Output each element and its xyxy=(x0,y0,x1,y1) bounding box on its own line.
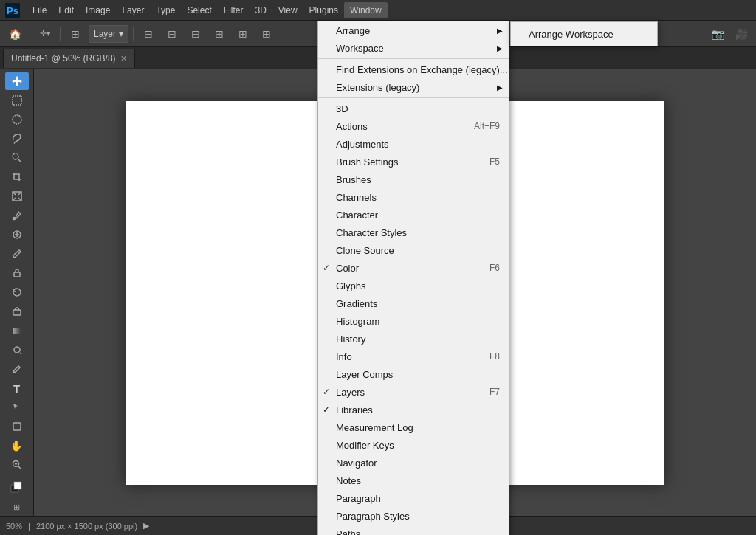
brush-settings-shortcut: F5 xyxy=(475,156,500,167)
menu-measurement-log-label: Measurement Log xyxy=(336,422,413,433)
menu-color[interactable]: ✓ Color F6 xyxy=(318,259,509,277)
menu-paragraph[interactable]: Paragraph xyxy=(318,489,509,507)
menu-clone-source[interactable]: Clone Source xyxy=(318,241,509,259)
layers-checkmark: ✓ xyxy=(323,387,330,397)
menu-libraries[interactable]: ✓ Libraries xyxy=(318,401,509,418)
arrange-workspace-label: Arrange Workspace xyxy=(529,29,614,40)
menu-arrange-label: Arrange xyxy=(336,25,370,36)
menu-info[interactable]: Info F8 xyxy=(318,348,509,365)
menu-layers[interactable]: ✓ Layers F7 xyxy=(318,383,509,401)
menu-arrange[interactable]: Arrange Arrange Workspace xyxy=(318,21,509,39)
menu-file[interactable]: File xyxy=(27,2,52,18)
menu-brush-settings[interactable]: Brush Settings F5 xyxy=(318,153,509,170)
menu-glyphs-label: Glyphs xyxy=(336,280,365,291)
menu-3d[interactable]: 3D xyxy=(249,2,272,18)
menu-clone-source-label: Clone Source xyxy=(336,245,394,256)
menu-adjustments[interactable]: Adjustments xyxy=(318,135,509,153)
menu-character[interactable]: Character xyxy=(318,206,509,224)
menu-paths[interactable]: Paths xyxy=(318,525,509,535)
menu-select[interactable]: Select xyxy=(181,2,217,18)
menu-paragraph-label: Paragraph xyxy=(336,493,381,504)
menu-color-label: Color xyxy=(336,263,359,274)
menu-view[interactable]: View xyxy=(272,2,303,18)
menu-histogram[interactable]: Histogram xyxy=(318,312,509,330)
menu-history-label: History xyxy=(336,334,365,345)
svg-text:Ps: Ps xyxy=(7,5,18,16)
color-shortcut: F6 xyxy=(475,263,500,273)
menu-modifier-keys-label: Modifier Keys xyxy=(336,440,394,451)
menu-gradients-label: Gradients xyxy=(336,298,377,309)
menu-navigator-label: Navigator xyxy=(336,458,377,469)
menu-image[interactable]: Image xyxy=(80,2,116,18)
menu-find-extensions-label: Find Extensions on Exchange (legacy)... xyxy=(336,64,508,75)
menu-history[interactable]: History xyxy=(318,330,509,348)
menu-notes[interactable]: Notes xyxy=(318,472,509,489)
menu-edit[interactable]: Edit xyxy=(52,2,80,18)
menu-gradients[interactable]: Gradients xyxy=(318,294,509,312)
menu-workspace-label: Workspace xyxy=(336,43,384,54)
menu-histogram-label: Histogram xyxy=(336,316,379,327)
layers-shortcut: F7 xyxy=(475,387,500,397)
menu-brush-settings-label: Brush Settings xyxy=(336,156,399,168)
menu-brushes[interactable]: Brushes xyxy=(318,170,509,188)
arrange-workspace-item[interactable]: Arrange Workspace xyxy=(511,25,657,43)
menu-layer[interactable]: Layer xyxy=(116,2,150,18)
arrange-submenu: Arrange Workspace xyxy=(510,21,658,46)
menu-window[interactable]: Window xyxy=(344,2,388,18)
menu-character-label: Character xyxy=(336,210,378,221)
menu-layer-comps-label: Layer Comps xyxy=(336,369,393,380)
color-checkmark: ✓ xyxy=(323,263,330,273)
actions-shortcut: Alt+F9 xyxy=(459,121,500,131)
menu-paragraph-styles-label: Paragraph Styles xyxy=(336,511,410,522)
menu-brushes-label: Brushes xyxy=(336,174,371,185)
menu-overlay[interactable]: Arrange Arrange Workspace Workspace Find… xyxy=(0,21,756,535)
menu-workspace[interactable]: Workspace xyxy=(318,39,509,57)
menu-libraries-label: Libraries xyxy=(336,404,373,415)
menu-bar: Ps File Edit Image Layer Type Select Fil… xyxy=(0,0,756,21)
window-menu: Arrange Arrange Workspace Workspace Find… xyxy=(317,21,509,535)
info-shortcut: F8 xyxy=(475,351,500,362)
menu-measurement-log[interactable]: Measurement Log xyxy=(318,418,509,436)
divider-2 xyxy=(318,97,509,98)
menu-3d-label: 3D xyxy=(336,103,348,114)
menu-channels-label: Channels xyxy=(336,192,377,203)
divider-1 xyxy=(318,58,509,59)
menu-type[interactable]: Type xyxy=(150,2,181,18)
menu-info-label: Info xyxy=(336,351,352,362)
menu-paragraph-styles[interactable]: Paragraph Styles xyxy=(318,507,509,525)
menu-navigator[interactable]: Navigator xyxy=(318,454,509,472)
menu-character-styles[interactable]: Character Styles xyxy=(318,224,509,241)
menu-glyphs[interactable]: Glyphs xyxy=(318,277,509,294)
menu-actions[interactable]: Actions Alt+F9 xyxy=(318,117,509,135)
menu-adjustments-label: Adjustments xyxy=(336,139,389,150)
menu-find-extensions[interactable]: Find Extensions on Exchange (legacy)... xyxy=(318,61,509,78)
libraries-checkmark: ✓ xyxy=(323,404,330,415)
menu-modifier-keys[interactable]: Modifier Keys xyxy=(318,436,509,454)
menu-extensions-legacy[interactable]: Extensions (legacy) xyxy=(318,78,509,96)
menu-actions-label: Actions xyxy=(336,121,368,132)
menu-plugins[interactable]: Plugins xyxy=(303,2,344,18)
app-logo: Ps xyxy=(3,1,22,20)
menu-paths-label: Paths xyxy=(336,528,360,536)
menu-channels[interactable]: Channels xyxy=(318,188,509,206)
menu-3d[interactable]: 3D xyxy=(318,100,509,117)
menu-notes-label: Notes xyxy=(336,475,361,486)
menu-character-styles-label: Character Styles xyxy=(336,227,407,238)
menu-layers-label: Layers xyxy=(336,387,365,398)
menu-layer-comps[interactable]: Layer Comps xyxy=(318,365,509,383)
menu-extensions-legacy-label: Extensions (legacy) xyxy=(336,82,419,93)
menu-filter[interactable]: Filter xyxy=(218,2,250,18)
